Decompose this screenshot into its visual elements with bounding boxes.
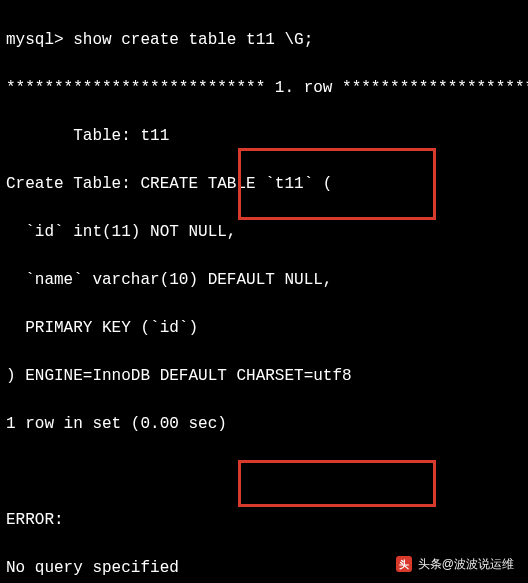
column-id: `id` int(11) NOT NULL, — [6, 220, 522, 244]
create-stmt: CREATE TABLE `t11` ( — [140, 175, 332, 193]
column-name: `name` varchar(10) DEFAULT NULL, — [6, 268, 522, 292]
table-row: Table: t11 — [6, 124, 522, 148]
watermark-text: 头条@波波说运维 — [418, 555, 514, 573]
mysql-prompt: mysql> — [6, 31, 73, 49]
primary-key: PRIMARY KEY (`id`) — [6, 316, 522, 340]
charset-text: CHARSET=utf8 — [236, 367, 351, 385]
table-name: t11 — [140, 127, 169, 145]
table-label: Table: — [6, 127, 140, 145]
error-label: ERROR: — [6, 508, 522, 532]
command-text: show create table t11 \G; — [73, 31, 313, 49]
blank-line — [6, 460, 522, 484]
engine-line: ) ENGINE=InnoDB DEFAULT CHARSET=utf8 — [6, 364, 522, 388]
terminal-output: mysql> show create table t11 \G; *******… — [0, 0, 528, 583]
create-row: Create Table: CREATE TABLE `t11` ( — [6, 172, 522, 196]
rows-message: 1 row in set (0.00 sec) — [6, 412, 522, 436]
create-label: Create Table: — [6, 175, 140, 193]
prompt-line[interactable]: mysql> show create table t11 \G; — [6, 28, 522, 52]
row-separator: *************************** 1. row *****… — [6, 76, 522, 100]
engine-text: ) ENGINE=InnoDB DEFAULT — [6, 367, 236, 385]
watermark-logo-icon: 头 — [396, 556, 412, 572]
watermark: 头 头条@波波说运维 — [388, 551, 522, 577]
